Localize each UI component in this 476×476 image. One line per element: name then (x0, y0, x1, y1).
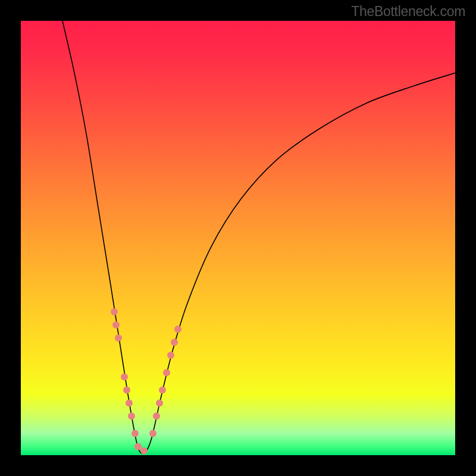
curve-marker (153, 412, 160, 419)
curve-marker (111, 308, 118, 315)
curve-marker (174, 325, 181, 333)
bottleneck-curve (62, 21, 455, 453)
curve-markers-group (111, 308, 181, 455)
watermark-text: TheBottleneck.com (351, 4, 465, 20)
curve-marker (112, 321, 120, 328)
curve-marker (163, 369, 170, 376)
chart-plot-area (21, 21, 455, 455)
curve-marker (159, 387, 166, 394)
bottleneck-curve-svg (21, 21, 455, 455)
curve-marker (149, 430, 156, 437)
curve-marker (115, 334, 122, 342)
curve-marker (126, 399, 133, 406)
curve-marker (140, 447, 148, 455)
curve-marker (156, 399, 163, 406)
curve-marker (167, 352, 174, 359)
curve-marker (121, 374, 128, 381)
curve-marker (171, 339, 178, 346)
curve-marker (134, 443, 142, 450)
curve-marker (131, 430, 139, 437)
curve-marker (123, 387, 130, 394)
curve-marker (128, 412, 135, 419)
